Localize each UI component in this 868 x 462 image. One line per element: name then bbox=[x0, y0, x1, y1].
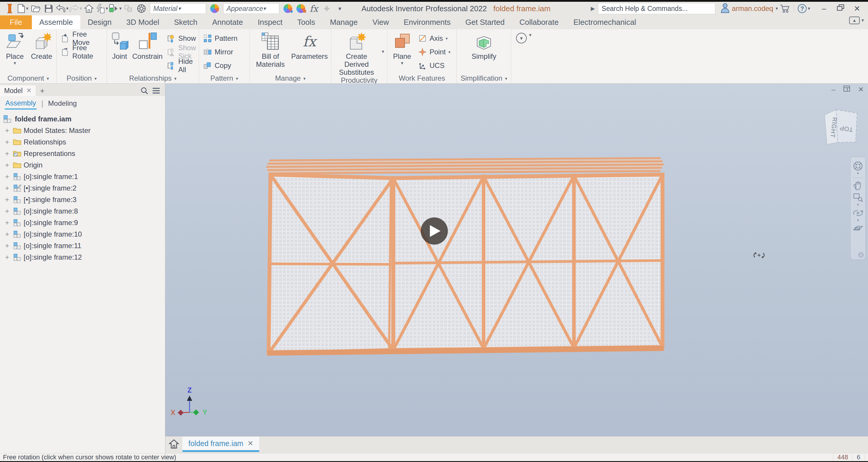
browser-add-tab-button[interactable]: + bbox=[36, 85, 49, 96]
browser-menu-icon[interactable] bbox=[150, 85, 162, 96]
pan-button[interactable] bbox=[852, 180, 863, 191]
restore-button[interactable] bbox=[836, 4, 845, 13]
ribbon-tab[interactable]: Environments bbox=[396, 16, 458, 29]
parameters-button[interactable]: fx Parameters bbox=[291, 32, 328, 60]
create-button[interactable]: Create bbox=[30, 32, 54, 60]
close-button[interactable]: ✕ bbox=[852, 4, 862, 13]
update-button[interactable]: ▾ bbox=[108, 3, 122, 15]
ribbon-tab[interactable]: Manage bbox=[322, 16, 365, 29]
tree-expander[interactable]: + bbox=[4, 196, 11, 204]
username[interactable]: arman.codeq bbox=[732, 4, 773, 13]
graphics-viewport[interactable]: RIGHT TOP Z X Y – bbox=[165, 84, 868, 436]
ribbon-tab[interactable]: View bbox=[365, 16, 396, 29]
clear-appearance-button[interactable]: ✖ bbox=[294, 3, 307, 15]
tree-expander[interactable]: + bbox=[4, 138, 11, 146]
ribbon-tab[interactable]: Sketch bbox=[166, 16, 205, 29]
document-tab-close-icon[interactable]: ✕ bbox=[247, 439, 253, 447]
tree-expander[interactable]: + bbox=[4, 219, 11, 227]
tree-item[interactable]: + Model States: Master bbox=[0, 125, 165, 136]
show-sick-button[interactable]: Show Sick bbox=[166, 45, 197, 59]
zoom-window-button[interactable]: ▾ bbox=[852, 192, 863, 206]
tree-expander[interactable]: + bbox=[4, 173, 11, 181]
subtab-modeling[interactable]: Modeling bbox=[48, 99, 77, 108]
material-combobox-arrow[interactable]: ▾ bbox=[178, 6, 203, 11]
add-qat-button-disabled[interactable] bbox=[321, 3, 333, 15]
doc-minimize-icon[interactable]: – bbox=[832, 85, 836, 94]
tree-expander[interactable]: + bbox=[4, 253, 11, 261]
save-button[interactable] bbox=[42, 3, 55, 15]
panel-label-component[interactable]: Component▾ bbox=[0, 73, 56, 83]
tree-item[interactable]: + [o]:single frame:9 bbox=[0, 217, 165, 228]
browser-search-icon[interactable] bbox=[138, 85, 150, 96]
ribbon-tab[interactable]: Annotate bbox=[205, 16, 250, 29]
viewcube[interactable]: RIGHT TOP bbox=[825, 110, 857, 144]
doc-close-icon[interactable]: ✕ bbox=[858, 85, 864, 94]
ribbon-tab[interactable]: File bbox=[0, 16, 32, 29]
undo-dropdown[interactable]: ▾ bbox=[66, 6, 68, 11]
tree-item[interactable]: + [o]:single frame:8 bbox=[0, 205, 165, 217]
panel-label-work-features[interactable]: Work Features bbox=[388, 73, 457, 83]
store-cart-button[interactable] bbox=[779, 3, 791, 15]
appearance-combobox-arrow[interactable]: ▾ bbox=[263, 6, 276, 11]
place-dropdown[interactable]: ▾ bbox=[13, 61, 16, 65]
tree-item[interactable]: + [•]:single frame:3 bbox=[0, 194, 165, 205]
joint-button[interactable]: Joint bbox=[110, 32, 129, 60]
ribbon-tab[interactable]: Electromechanical bbox=[566, 16, 643, 29]
axis-dropdown[interactable]: ▾ bbox=[445, 36, 447, 40]
orbit-button[interactable]: ▾ bbox=[852, 208, 864, 222]
tree-expander[interactable]: + bbox=[4, 207, 11, 215]
ribbon-tab[interactable]: Inspect bbox=[250, 16, 290, 29]
create-derived-substitutes-button[interactable]: Create Derived Substitutes bbox=[334, 32, 379, 76]
pattern-button[interactable]: Pattern bbox=[202, 32, 239, 45]
tree-item[interactable]: + Relationships bbox=[0, 136, 165, 148]
doc-restore-icon[interactable] bbox=[843, 85, 850, 94]
mirror-button[interactable]: Mirror bbox=[202, 45, 239, 59]
bill-of-materials-button[interactable]: Bill of Materials bbox=[253, 32, 288, 68]
video-play-button[interactable] bbox=[421, 218, 448, 244]
new-file-dropdown[interactable]: ▾ bbox=[26, 6, 28, 11]
navbar-collapse-icon[interactable] bbox=[858, 252, 864, 258]
ribbon-tab[interactable]: Design bbox=[80, 16, 119, 29]
point-dropdown[interactable]: ▾ bbox=[448, 50, 451, 54]
redo-dropdown[interactable]: ▾ bbox=[80, 6, 82, 11]
tree-item[interactable]: + [•]:single frame:2 bbox=[0, 182, 165, 194]
tree-root-assembly[interactable]: folded frame.iam bbox=[0, 113, 165, 125]
new-file-button[interactable]: ▾ bbox=[17, 3, 29, 15]
plane-button[interactable]: Plane ▾ bbox=[390, 32, 414, 65]
ribbon-collapse-dropdown[interactable]: ▾ bbox=[862, 18, 864, 23]
undo-button[interactable]: ▾ bbox=[56, 3, 68, 15]
browser-tab-close-icon[interactable]: ✕ bbox=[26, 87, 32, 94]
panel-label-simplification[interactable]: Simplification▾ bbox=[457, 73, 511, 83]
parameters-fx-button[interactable]: fx bbox=[308, 3, 320, 15]
axis-button[interactable]: Axis ▾ bbox=[417, 32, 452, 45]
panel-label-relationships[interactable]: Relationships▾ bbox=[107, 73, 199, 83]
tree-expander[interactable]: + bbox=[4, 126, 11, 135]
appearance-wheel-icon[interactable] bbox=[135, 3, 148, 15]
copy-button[interactable]: Copy bbox=[202, 59, 239, 73]
panel-label-pattern[interactable]: Pattern▾ bbox=[199, 73, 249, 83]
tree-expander[interactable]: + bbox=[4, 161, 11, 169]
tree-item[interactable]: + Representations bbox=[0, 148, 165, 159]
ribbon-tab[interactable]: Get Started bbox=[458, 16, 512, 29]
home-tab-button[interactable] bbox=[165, 437, 182, 451]
panel-label-manage[interactable]: Manage▾ bbox=[250, 73, 331, 83]
ribbon-tab[interactable]: Assemble bbox=[32, 16, 80, 29]
ribbon-display-options-dropdown[interactable]: ▾ bbox=[529, 33, 531, 37]
hide-all-button[interactable]: Hide All bbox=[166, 59, 197, 73]
constrain-button[interactable]: Constrain bbox=[132, 32, 163, 60]
ribbon-collapse-icon[interactable]: ▲ bbox=[849, 17, 860, 24]
tree-expander[interactable]: + bbox=[4, 242, 11, 250]
qat-customize-dropdown[interactable]: ▾ bbox=[334, 3, 346, 15]
title-overflow-arrow[interactable]: ▶ bbox=[591, 5, 595, 12]
adjust-material-icon[interactable] bbox=[209, 3, 221, 15]
appearance-combobox[interactable]: Appearance ▾ bbox=[223, 3, 279, 14]
user-dropdown[interactable]: ▾ bbox=[776, 6, 778, 11]
tree-expander[interactable]: + bbox=[4, 230, 11, 238]
ribbon-collapse-control[interactable]: ▲ ▾ bbox=[849, 17, 864, 24]
subtab-assembly[interactable]: Assembly bbox=[5, 97, 37, 110]
redo-button[interactable]: ▾ bbox=[69, 3, 82, 15]
ucs-button[interactable]: UCS bbox=[417, 59, 452, 73]
look-at-button[interactable] bbox=[852, 223, 864, 232]
tree-item[interactable]: + [o]:single frame:11 bbox=[0, 240, 165, 251]
search-input[interactable] bbox=[598, 3, 715, 14]
